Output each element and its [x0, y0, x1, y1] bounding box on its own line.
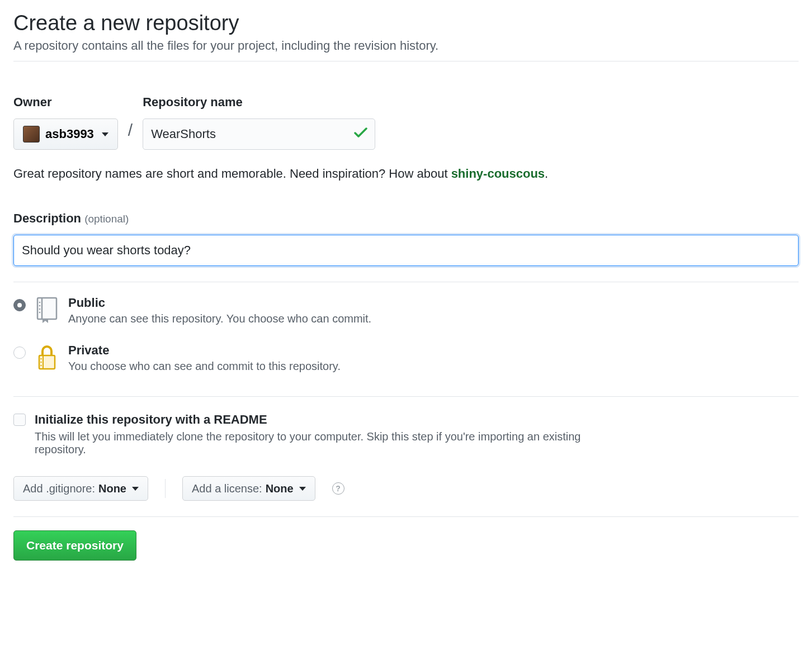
caret-down-icon [102, 132, 108, 136]
owner-select[interactable]: asb3993 [13, 118, 118, 150]
initialize-desc: This will let you immediately clone the … [35, 430, 627, 456]
hint-suffix: . [545, 167, 548, 181]
repo-icon [36, 297, 58, 324]
svg-point-3 [39, 305, 41, 307]
lock-icon [36, 344, 58, 371]
visibility-public-option[interactable]: Public Anyone can see this repository. Y… [13, 296, 799, 325]
description-input[interactable] [13, 235, 799, 266]
owner-username: asb3993 [45, 127, 94, 141]
initialize-readme-checkbox[interactable] [13, 414, 26, 426]
slash-separator: / [128, 105, 133, 140]
private-title: Private [68, 343, 341, 358]
svg-point-4 [39, 309, 41, 310]
svg-point-10 [40, 365, 41, 366]
description-label: Description (optional) [13, 211, 799, 226]
radio-private[interactable] [13, 347, 26, 359]
divider [13, 516, 799, 517]
create-repository-button[interactable]: Create repository [13, 530, 136, 561]
help-icon[interactable]: ? [332, 482, 344, 495]
avatar [23, 126, 40, 143]
public-desc: Anyone can see this repository. You choo… [68, 312, 371, 325]
svg-point-5 [39, 312, 41, 314]
add-gitignore-dropdown[interactable]: Add .gitignore: None [13, 476, 148, 501]
gitignore-prefix: Add .gitignore: [23, 482, 95, 495]
svg-rect-0 [37, 298, 56, 319]
repo-name-label: Repository name [143, 95, 375, 110]
page-title: Create a new repository [13, 11, 799, 35]
suggestion-link[interactable]: shiny-couscous [451, 167, 545, 181]
license-value: None [266, 482, 294, 495]
svg-point-9 [40, 362, 41, 363]
svg-point-2 [39, 302, 41, 303]
page-subtitle: A repository contains all the files for … [13, 39, 799, 53]
add-license-dropdown[interactable]: Add a license: None [182, 476, 315, 501]
optional-tag: (optional) [84, 213, 129, 225]
owner-label: Owner [13, 95, 118, 110]
radio-public[interactable] [13, 299, 26, 311]
svg-point-8 [40, 358, 41, 359]
caret-down-icon [132, 487, 139, 491]
license-prefix: Add a license: [192, 482, 262, 495]
public-title: Public [68, 296, 371, 310]
repo-name-input[interactable] [143, 118, 375, 150]
initialize-title: Initialize this repository with a README [35, 412, 627, 427]
check-icon [354, 127, 367, 141]
vertical-divider [165, 479, 166, 498]
hint-text: Great repository names are short and mem… [13, 167, 451, 181]
caret-down-icon [299, 487, 306, 491]
name-hint: Great repository names are short and mem… [13, 167, 799, 181]
private-desc: You choose who can see and commit to thi… [68, 360, 341, 373]
description-label-text: Description [13, 211, 81, 225]
visibility-private-option[interactable]: Private You choose who can see and commi… [13, 343, 799, 373]
gitignore-value: None [98, 482, 126, 495]
